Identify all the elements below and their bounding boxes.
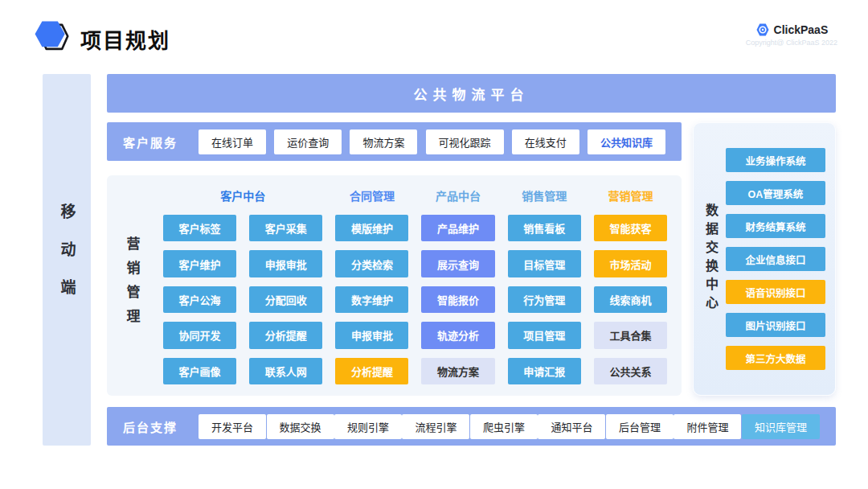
mobile-rail: 移动端: [43, 74, 91, 446]
matrix-cell: 协同开发: [163, 322, 236, 348]
data-exchange-panel: 数据交换中心 业务操作系统 OA管理系统 财务结算系统 企业信息接口 语音识别接…: [693, 122, 836, 396]
customer-service-strip: 客户服务 在线订单 运价查询 物流方案 可视化跟踪 在线支付 公共知识库: [107, 122, 682, 161]
page-title: 项目规划: [80, 24, 170, 54]
matrix-cell: 客户采集: [249, 215, 322, 241]
matrix-cell: 分配回收: [249, 286, 322, 313]
node-rule-engine: 规则引擎: [334, 414, 402, 439]
customer-service-buttons: 在线订单 运价查询 物流方案 可视化跟踪 在线支付 公共知识库: [199, 129, 665, 154]
diagram-body: 移动端 公共物流平台 客户服务 在线订单 运价查询 物流方案 可视化跟踪: [43, 74, 836, 446]
node-data-exchange: 数据交换: [267, 414, 334, 439]
node-backend-mgmt: 后台管理: [606, 414, 674, 439]
matrix-cell: 产品维护: [421, 215, 494, 241]
matrix-cell: 轨迹分析: [421, 322, 494, 348]
matrix-cell: 智能报价: [421, 286, 494, 313]
matrix-cell: 销售看板: [508, 215, 581, 241]
matrix-cell: 项目管理: [508, 322, 581, 348]
node-logistics-plan: 物流方案: [350, 129, 417, 154]
node-freight-query: 运价查询: [274, 129, 342, 154]
matrix-cell: 公共关系: [594, 358, 667, 384]
node-visual-tracking: 可视化跟踪: [426, 129, 504, 154]
matrix-cell: 线索商机: [594, 286, 667, 313]
matrix-cell: 申报审批: [335, 322, 408, 348]
left-column: 客户服务 在线订单 运价查询 物流方案 可视化跟踪 在线支付 公共知识库: [107, 122, 682, 396]
middle-section: 客户服务 在线订单 运价查询 物流方案 可视化跟踪 在线支付 公共知识库: [107, 122, 836, 396]
matrix-cell: 申请汇报: [508, 358, 581, 384]
matrix-cell: 分析提醒: [335, 358, 408, 384]
matrix-cell: 客户公海: [163, 286, 236, 313]
node-public-knowledge: 公共知识库: [588, 129, 665, 154]
column-header-product-platform: 产品中台: [421, 185, 494, 206]
matrix-cell: 智能获客: [594, 215, 667, 241]
page-header: 项目规划 ClickPaaS Copyright@ ClickPaaS 2022: [0, 0, 868, 72]
node-enterprise-info-api: 企业信息接口: [726, 247, 825, 271]
data-exchange-items: 业务操作系统 OA管理系统 财务结算系统 企业信息接口 语音识别接口 图片识别接…: [726, 134, 825, 384]
matrix-side-label-wrap: 营销管理: [113, 185, 150, 384]
matrix-cell: 物流方案: [421, 358, 494, 384]
matrix-cell: 展示查询: [421, 250, 494, 277]
matrix-cell: 客户标签: [163, 215, 236, 241]
diagram-content: 公共物流平台 客户服务 在线订单 运价查询 物流方案 可视化跟踪 在线支付 公共…: [107, 74, 836, 446]
column-header-sales-mgmt: 销售管理: [508, 185, 581, 206]
brand-block: ClickPaaS Copyright@ ClickPaaS 2022: [746, 23, 837, 47]
matrix-cell: 客户维护: [163, 250, 236, 277]
matrix-cell: 工具合集: [594, 322, 667, 348]
node-crawler-engine: 爬虫引擎: [470, 414, 538, 439]
node-oa-system: OA管理系统: [726, 181, 825, 205]
hexagon-logo-icon: [32, 18, 69, 55]
matrix-cell: 分析提醒: [249, 322, 322, 348]
column-header-customer-platform: 客户中台: [163, 185, 322, 206]
matrix-side-label: 营销管理: [122, 236, 142, 333]
node-business-op-system: 业务操作系统: [726, 148, 825, 172]
node-voice-recog-api: 语音识别接口: [726, 280, 825, 304]
brand-name: ClickPaaS: [774, 23, 829, 36]
node-image-recog-api: 图片识别接口: [726, 313, 825, 337]
node-notify-platform: 通知平台: [538, 414, 605, 439]
data-exchange-label-wrap: 数据交换中心: [700, 134, 721, 384]
backend-support-strip: 后台支撑 开发平台 数据交换 规则引擎 流程引擎 爬虫引擎 通知平台 后台管理 …: [107, 407, 836, 446]
matrix-cell: 市场活动: [594, 250, 667, 277]
matrix-cell: 申报审批: [249, 250, 322, 277]
page: 项目规划 ClickPaaS Copyright@ ClickPaaS 2022…: [0, 0, 868, 489]
matrix-cell: 数字维护: [335, 286, 408, 313]
node-dev-platform: 开发平台: [199, 414, 266, 439]
mobile-rail-label: 移动端: [56, 203, 78, 317]
node-thirdparty-bigdata: 第三方大数据: [726, 346, 825, 370]
node-online-order: 在线订单: [199, 129, 266, 154]
platform-banner-title: 公共物流平台: [414, 84, 530, 104]
platform-banner: 公共物流平台: [107, 74, 836, 113]
column-header-marketing-mgmt: 营销管理: [594, 185, 667, 206]
backend-support-label: 后台支撑: [123, 418, 178, 435]
node-process-engine: 流程引擎: [402, 414, 469, 439]
matrix-cell: 分类检索: [335, 250, 408, 277]
node-online-payment: 在线支付: [512, 129, 579, 154]
matrix-cell: 行为管理: [508, 286, 581, 313]
node-attachment-mgmt: 附件管理: [674, 414, 741, 439]
capability-matrix: 营销管理 客户中台 合同管理 产品中台 销售管理 营销管理 客户标签 客户采集 …: [107, 175, 682, 396]
customer-service-label: 客户服务: [123, 134, 178, 150]
node-knowledge-mgmt: 知识库管理: [742, 414, 820, 439]
clickpaas-logo-icon: [755, 23, 770, 37]
backend-support-buttons: 开发平台 数据交换 规则引擎 流程引擎 爬虫引擎 通知平台 后台管理 附件管理 …: [199, 414, 820, 439]
matrix-cell: 联系人网: [249, 358, 322, 384]
matrix-cell: 客户画像: [163, 358, 236, 384]
matrix-cell: 目标管理: [508, 250, 581, 277]
data-exchange-label: 数据交换中心: [701, 203, 720, 314]
node-finance-settlement: 财务结算系统: [726, 214, 825, 238]
column-header-contract-mgmt: 合同管理: [335, 185, 408, 206]
copyright-text: Copyright@ ClickPaaS 2022: [746, 39, 837, 47]
matrix-cell: 模版维护: [335, 215, 408, 241]
